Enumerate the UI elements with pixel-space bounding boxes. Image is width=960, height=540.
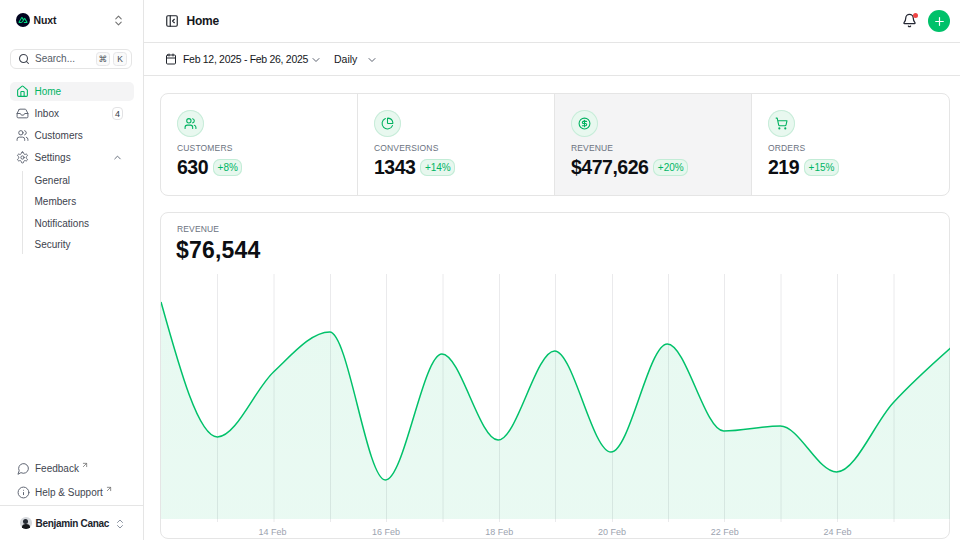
svg-text:22 Feb: 22 Feb (711, 527, 739, 537)
svg-text:14 Feb: 14 Feb (258, 527, 286, 537)
svg-text:18 Feb: 18 Feb (485, 527, 513, 537)
svg-text:16 Feb: 16 Feb (372, 527, 400, 537)
svg-text:20 Feb: 20 Feb (598, 527, 626, 537)
svg-text:24 Feb: 24 Feb (823, 527, 851, 537)
